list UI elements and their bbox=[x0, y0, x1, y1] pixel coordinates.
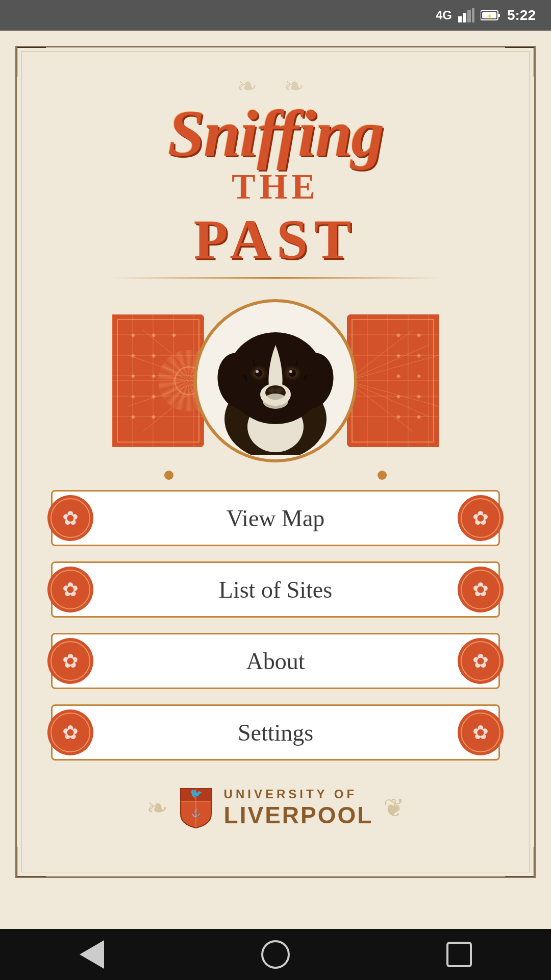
left-decorative-panel bbox=[112, 314, 204, 447]
settings-label: Settings bbox=[238, 719, 313, 746]
corner-bl-decoration bbox=[15, 847, 46, 878]
university-name: LIVERPOOL bbox=[224, 801, 373, 829]
settings-button[interactable]: Settings bbox=[51, 704, 500, 761]
svg-rect-3 bbox=[472, 8, 474, 22]
svg-point-52 bbox=[276, 388, 283, 393]
flourish-top: ❧ ❧ bbox=[41, 71, 510, 100]
btn-rosette-right-4 bbox=[458, 709, 504, 755]
app-title-the: THE bbox=[41, 166, 510, 207]
university-shield: 🐦 ⚓ bbox=[178, 786, 214, 829]
home-icon bbox=[261, 940, 290, 969]
back-icon bbox=[80, 940, 104, 969]
title-section: ❧ ❧ Sniffing THE PAST bbox=[0, 71, 551, 284]
about-wrapper: About bbox=[51, 633, 500, 689]
university-section: ❧ 🐦 ⚓ UNIVERSITY OF LIVERPOOL ❦ bbox=[146, 786, 405, 829]
scroll-right-decoration: ❦ bbox=[383, 793, 405, 823]
signal-bars-icon bbox=[458, 8, 474, 22]
svg-point-44 bbox=[256, 370, 259, 373]
svg-text:⚓: ⚓ bbox=[191, 808, 201, 818]
btn-rosette-left-2 bbox=[47, 567, 93, 612]
settings-wrapper: Settings bbox=[51, 704, 500, 761]
btn-rosette-right-2 bbox=[458, 567, 504, 612]
view-map-button[interactable]: View Map bbox=[51, 490, 500, 546]
view-map-wrapper: View Map bbox=[51, 490, 500, 546]
about-button[interactable]: About bbox=[51, 633, 500, 689]
dots-decoration bbox=[0, 471, 551, 480]
buttons-section: View Map List of Sites About Settings bbox=[0, 490, 551, 761]
right-decorative-panel bbox=[347, 314, 439, 447]
app-title-sniffing: Sniffing bbox=[41, 100, 510, 166]
view-map-label: View Map bbox=[227, 505, 325, 532]
recent-apps-button[interactable] bbox=[441, 937, 477, 972]
status-bar: 4G ⚡ 5:22 bbox=[0, 0, 551, 31]
svg-text:⚡: ⚡ bbox=[486, 13, 493, 19]
scroll-left-decoration: ❧ bbox=[146, 793, 168, 823]
dog-section bbox=[0, 299, 551, 462]
svg-rect-1 bbox=[463, 13, 466, 22]
list-of-sites-button[interactable]: List of Sites bbox=[51, 561, 500, 618]
nav-bar bbox=[0, 929, 551, 980]
home-button[interactable] bbox=[258, 937, 293, 972]
svg-text:🐦: 🐦 bbox=[189, 788, 202, 800]
svg-point-53 bbox=[263, 394, 288, 409]
dog-illustration bbox=[194, 299, 357, 462]
recent-icon bbox=[446, 942, 472, 967]
btn-rosette-left-3 bbox=[47, 638, 93, 684]
back-button[interactable] bbox=[74, 937, 110, 972]
list-of-sites-label: List of Sites bbox=[219, 576, 332, 603]
app-title-past: PAST bbox=[41, 207, 510, 272]
corner-br-decoration bbox=[505, 847, 536, 878]
clock: 5:22 bbox=[507, 7, 536, 23]
main-content: ❧ ❧ Sniffing THE PAST bbox=[0, 31, 551, 929]
svg-rect-2 bbox=[467, 10, 471, 22]
status-icons: 4G ⚡ 5:22 bbox=[436, 7, 536, 23]
battery-icon: ⚡ bbox=[481, 9, 501, 21]
svg-point-48 bbox=[289, 370, 292, 373]
btn-rosette-right-3 bbox=[458, 638, 504, 684]
btn-rosette-left-1 bbox=[47, 495, 93, 541]
signal-indicator: 4G bbox=[436, 8, 452, 22]
university-text: UNIVERSITY OF LIVERPOOL bbox=[224, 787, 373, 829]
list-of-sites-wrapper: List of Sites bbox=[51, 561, 500, 618]
university-of-label: UNIVERSITY OF bbox=[224, 787, 373, 801]
btn-rosette-right-1 bbox=[458, 495, 504, 541]
svg-rect-0 bbox=[458, 16, 462, 22]
svg-rect-5 bbox=[498, 14, 500, 17]
title-divider bbox=[111, 277, 440, 279]
svg-point-51 bbox=[268, 388, 276, 393]
btn-rosette-left-4 bbox=[47, 709, 93, 755]
about-label: About bbox=[246, 648, 305, 675]
